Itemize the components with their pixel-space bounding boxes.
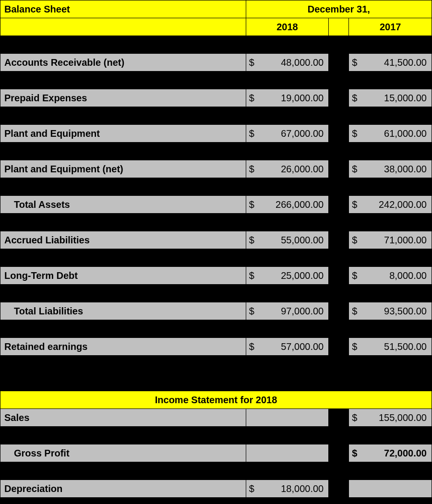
dollar-icon: $ [246,89,260,107]
dollar-icon: $ [349,302,363,320]
bs-label-1: Prepaid Expenses [0,89,246,107]
dollar-icon: $ [349,409,363,427]
bs-2018-4: 266,000.00 [260,196,328,214]
balance-sheet-title: Balance Sheet [0,0,246,18]
dollar-icon: $ [246,160,260,178]
dollar-icon: $ [349,444,363,462]
is-value-1: 72,000.00 [363,444,432,462]
bs-2017-7: 93,500.00 [363,302,432,320]
financial-table: Balance SheetDecember 31,20182017Account… [0,0,432,504]
bs-2018-5: 55,000.00 [260,231,328,249]
bs-2018-2: 67,000.00 [260,125,328,143]
bs-2017-2: 61,000.00 [363,125,432,143]
year-2018: 2018 [246,18,329,36]
dollar-icon: $ [349,89,363,107]
bs-label-6: Long-Term Debt [0,267,246,285]
dollar-icon: $ [349,231,363,249]
bs-label-2: Plant and Equipment [0,125,246,143]
dollar-icon: $ [246,338,260,356]
bs-label-3: Plant and Equipment (net) [0,160,246,178]
dollar-icon: $ [349,196,363,214]
dollar-icon: $ [349,267,363,285]
is-label-2: Depreciation [0,480,246,498]
dollar-icon: $ [349,125,363,143]
bs-2017-8: 51,500.00 [363,338,432,356]
bs-2018-3: 26,000.00 [260,160,328,178]
bs-2017-1: 15,000.00 [363,89,432,107]
dollar-icon: $ [246,267,260,285]
bs-2018-1: 19,000.00 [260,89,328,107]
dollar-icon: $ [246,231,260,249]
year-2017: 2017 [349,18,432,36]
is-label-1: Gross Profit [0,444,246,462]
bs-label-0: Accounts Receivable (net) [0,54,246,72]
bs-label-4: Total Assets [0,196,246,214]
dollar-icon: $ [349,160,363,178]
is-label-0: Sales [0,409,246,427]
bs-2018-7: 97,000.00 [260,302,328,320]
bs-2017-6: 8,000.00 [363,267,432,285]
dollar-icon: $ [349,338,363,356]
bs-label-8: Retained earnings [0,338,246,356]
date-header: December 31, [246,0,432,18]
dollar-icon: $ [349,54,363,72]
bs-label-7: Total Liabilities [0,302,246,320]
dollar-icon: $ [246,196,260,214]
bs-2018-6: 25,000.00 [260,267,328,285]
dollar-icon: $ [246,302,260,320]
bs-label-5: Accrued Liabilities [0,231,246,249]
bs-2017-4: 242,000.00 [363,196,432,214]
is-value-2: 18,000.00 [260,480,328,498]
bs-2018-8: 57,000.00 [260,338,328,356]
income-statement-title: Income Statement for 2018 [0,391,432,409]
dollar-icon: $ [246,125,260,143]
bs-2018-0: 48,000.00 [260,54,328,72]
bs-2017-3: 38,000.00 [363,160,432,178]
bs-2017-0: 41,500.00 [363,54,432,72]
is-value-0: 155,000.00 [363,409,432,427]
bs-2017-5: 71,000.00 [363,231,432,249]
dollar-icon: $ [246,54,260,72]
dollar-icon: $ [246,480,260,498]
